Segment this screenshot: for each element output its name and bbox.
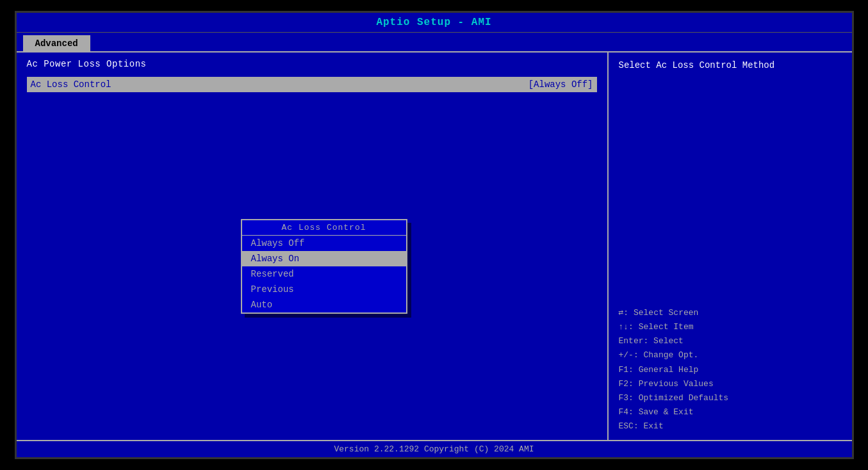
dropdown-item-reserved[interactable]: Reserved — [242, 266, 406, 282]
menu-item-value: [Always Off] — [528, 79, 593, 90]
section-title: Ac Power Loss Options — [27, 59, 597, 69]
help-text: Select Ac Loss Control Method — [619, 59, 842, 72]
key-hint-key: ⇄: Select Screen — [619, 306, 699, 320]
left-panel: Ac Power Loss Options Ac Loss Control [A… — [17, 53, 609, 440]
title-text: Aptio Setup - AMI — [376, 17, 491, 28]
main-content: Ac Power Loss Options Ac Loss Control [A… — [17, 53, 852, 440]
key-hint-key: ↑↓: Select Item — [619, 320, 694, 334]
menu-item-label: Ac Loss Control — [31, 79, 528, 90]
right-panel: Select Ac Loss Control Method ⇄: Select … — [609, 53, 852, 440]
key-hint-change-opt: +/-: Change Opt. — [619, 348, 842, 362]
bios-screen: Aptio Setup - AMI Advanced Ac Power Loss… — [15, 11, 854, 459]
key-hint-esc: ESC: Exit — [619, 419, 842, 434]
tab-bar: Advanced — [17, 33, 852, 53]
key-hint-select-screen: ⇄: Select Screen — [619, 306, 842, 320]
key-hint-select-item: ↑↓: Select Item — [619, 320, 842, 334]
footer-text: Version 2.22.1292 Copyright (C) 2024 AMI — [334, 444, 534, 454]
tab-advanced[interactable]: Advanced — [23, 35, 90, 51]
dropdown-item-always-off[interactable]: Always Off — [242, 236, 406, 251]
key-hints: ⇄: Select Screen ↑↓: Select Item Enter: … — [619, 306, 842, 434]
key-hint-f4: F4: Save & Exit — [619, 405, 842, 419]
key-hint-f1: F1: General Help — [619, 363, 842, 377]
dropdown-title: Ac Loss Control — [242, 220, 406, 236]
dropdown-item-always-on[interactable]: Always On — [242, 251, 406, 266]
dropdown-item-previous[interactable]: Previous — [242, 282, 406, 297]
header-title: Aptio Setup - AMI — [17, 13, 852, 33]
key-hint-enter: Enter: Select — [619, 334, 842, 348]
menu-item-ac-loss-control[interactable]: Ac Loss Control [Always Off] — [27, 77, 597, 92]
dropdown-popup: Ac Loss Control Always Off Always On Res… — [241, 219, 407, 314]
dropdown-item-auto[interactable]: Auto — [242, 297, 406, 312]
key-hint-f2: F2: Previous Values — [619, 377, 842, 391]
key-hint-f3: F3: Optimized Defaults — [619, 391, 842, 405]
footer: Version 2.22.1292 Copyright (C) 2024 AMI — [17, 440, 852, 457]
